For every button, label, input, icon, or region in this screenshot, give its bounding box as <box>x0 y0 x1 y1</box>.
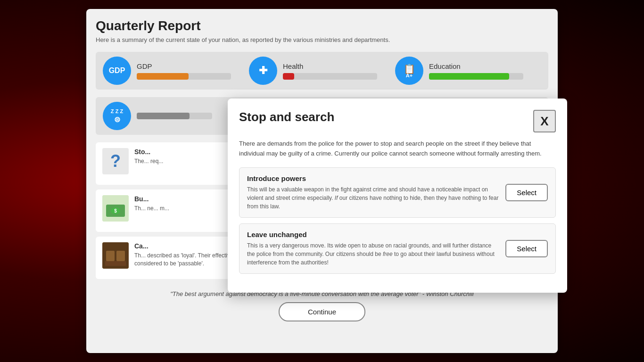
education-icon: 📋 A+ <box>395 57 423 85</box>
option-unchanged-title: Leave unchanged <box>247 230 499 239</box>
modal-close-button[interactable]: X <box>533 110 556 132</box>
sleep-progress-fill <box>137 113 190 119</box>
stop-search-icon: ? <box>102 148 129 174</box>
stat-education: 📋 A+ Education <box>395 57 541 85</box>
health-progress-bar <box>283 73 377 80</box>
svg-rect-6 <box>116 251 125 261</box>
education-progress-fill <box>429 73 509 80</box>
budget-icon: $ <box>102 195 129 222</box>
select-introduce-button[interactable]: Select <box>505 184 548 201</box>
cabinet-icon <box>102 242 129 269</box>
gdp-progress-fill <box>137 73 189 80</box>
stop-search-desc: The... req... <box>134 157 163 165</box>
stop-search-title: Sto... <box>134 148 163 156</box>
main-panel: Quarterly Report Here is a summary of th… <box>86 9 558 353</box>
select-unchanged-button[interactable]: Select <box>505 240 548 257</box>
continue-button[interactable]: Continue <box>279 302 365 321</box>
svg-text:$: $ <box>114 208 117 214</box>
svg-rect-7 <box>105 261 126 266</box>
health-progress-fill <box>283 73 294 80</box>
budget-title: Bu... <box>134 195 169 203</box>
stat-gdp: GDP GDP <box>103 57 249 85</box>
sleep-icon: Z Z Z ⊜ <box>103 102 131 130</box>
option-card-unchanged: Leave unchanged This is a very dangerous… <box>239 223 556 274</box>
option-card-introduce: Introduce powers This will be a valuable… <box>239 167 556 218</box>
stats-bar: GDP GDP ✚ Health 📋 A+ Educ <box>96 52 548 90</box>
education-label: Education <box>429 62 541 70</box>
modal-header: Stop and search X <box>239 110 556 132</box>
education-progress-bar <box>429 73 523 80</box>
option-introduce-title: Introduce powers <box>247 174 499 182</box>
modal-dialog: Stop and search X There are demands from… <box>228 99 567 293</box>
modal-description: There are demands from the police for th… <box>239 139 556 159</box>
panel-title: Quarterly Report <box>96 18 548 33</box>
health-icon: ✚ <box>249 57 277 85</box>
option-unchanged-desc: This is a very dangerous move. Its wide … <box>247 241 499 267</box>
stat-health: ✚ Health <box>249 57 395 85</box>
gdp-label: GDP <box>137 62 249 70</box>
gdp-icon: GDP <box>103 57 131 85</box>
sleep-progress-bar <box>137 113 212 119</box>
option-introduce-desc: This will be a valuable weapon in the fi… <box>247 185 499 211</box>
panel-subtitle: Here is a summary of the current state o… <box>96 36 548 43</box>
budget-desc: Th... ne... m... <box>134 205 169 213</box>
modal-title: Stop and search <box>239 110 334 124</box>
health-label: Health <box>283 62 395 70</box>
gdp-progress-bar <box>137 73 231 80</box>
svg-rect-5 <box>106 251 115 261</box>
